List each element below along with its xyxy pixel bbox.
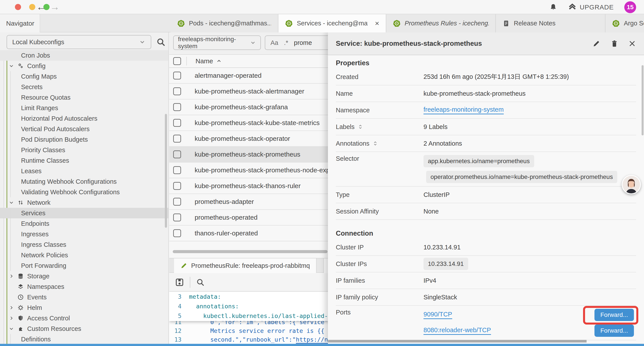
detail-row-name: Namekube-prometheus-stack-prometheus	[336, 85, 636, 102]
code-token: Metrics service error rate is {{ $va	[189, 327, 339, 334]
sort-toggle-icon[interactable]	[358, 124, 363, 130]
row-checkbox[interactable]	[173, 119, 181, 127]
chevron-down-icon[interactable]	[9, 326, 14, 331]
sidebar-item-access-control[interactable]: Access Control	[0, 313, 169, 324]
table-horizontal-scrollbar[interactable]	[173, 250, 328, 253]
minimize-window-button[interactable]	[29, 4, 35, 10]
sidebar-item-ingresses[interactable]: Ingresses	[0, 229, 169, 239]
sidebar-item-vertical-pod-autoscalers[interactable]: Vertical Pod Autoscalers	[0, 124, 169, 134]
detail-vertical-scrollbar[interactable]	[642, 65, 644, 135]
sidebar-item-custom-resources[interactable]: Custom Resources	[0, 324, 169, 334]
bell-icon[interactable]	[549, 3, 558, 11]
chevron-right-icon[interactable]	[9, 316, 14, 321]
sidebar-item-label: Limit Ranges	[21, 104, 58, 112]
name-column-header[interactable]: Name	[196, 57, 213, 65]
tab-close-icon[interactable]: ×	[375, 19, 379, 27]
sidebar-item-network-policies[interactable]: Network Policies	[0, 250, 169, 260]
sidebar-item-validating-webhook-configurations[interactable]: Validating Webhook Configurations	[0, 187, 169, 197]
sidebar-item-resource-quotas[interactable]: Resource Quotas	[0, 92, 169, 103]
delete-trash-icon[interactable]	[610, 39, 618, 48]
sidebar-item-port-forwarding[interactable]: Port Forwarding	[0, 260, 169, 271]
row-checkbox[interactable]	[173, 72, 181, 79]
row-checkbox[interactable]	[173, 166, 181, 174]
namespace-select[interactable]: freeleaps-monitoring-system	[173, 35, 261, 50]
row-checkbox[interactable]	[173, 182, 181, 190]
sort-ascending-icon[interactable]	[216, 58, 222, 64]
sidebar-item-network[interactable]: Network	[0, 197, 169, 208]
document-tab-3[interactable]: Prometheus Rules - icecheng...	[386, 14, 496, 32]
sidebar-item-leases[interactable]: Leases	[0, 166, 169, 176]
sidebar-item-mutating-webhook-configurations[interactable]: Mutating Webhook Configurations	[0, 176, 169, 187]
sidebar-item-ingress-classes[interactable]: Ingress Classes	[0, 239, 169, 250]
sidebar-item-events[interactable]: Events	[0, 292, 169, 303]
chevron-right-icon[interactable]	[9, 274, 14, 279]
code-text: annotations:	[189, 303, 239, 310]
document-tab-2[interactable]: Services - icecheng@math...×	[278, 14, 386, 32]
sidebar-item-label: Helm	[27, 304, 42, 311]
match-case-toggle[interactable]: Aa	[270, 39, 278, 46]
sidebar-item-definitions[interactable]: Definitions	[0, 334, 169, 344]
sidebar-item-storage[interactable]: Storage	[0, 271, 169, 281]
row-checkbox[interactable]	[173, 103, 181, 111]
document-tab-1[interactable]: Pods - icecheng@mathmas...	[170, 14, 278, 32]
sidebar-item-horizontal-pod-autoscalers[interactable]: Horizontal Pod Autoscalers	[0, 113, 169, 124]
sidebar-item-runtime-classes[interactable]: Runtime Classes	[0, 155, 169, 166]
kubernetes-icon	[393, 19, 401, 27]
forward-button[interactable]: Forward...	[594, 309, 634, 321]
sidebar-item-priority-classes[interactable]: Priority Classes	[0, 145, 169, 155]
row-checkbox[interactable]	[173, 150, 181, 158]
sidebar-item-label: Port Forwarding	[21, 262, 66, 269]
tree-child-guide-line	[10, 208, 11, 271]
sidebar-item-endpoints[interactable]: Endpoints	[0, 218, 169, 229]
kubeconfig-select[interactable]: Local Kubeconfigs	[6, 35, 151, 49]
save-icon[interactable]	[175, 278, 184, 287]
section-heading-properties: Properties	[336, 55, 636, 69]
sidebar-item-pod-disruption-budgets[interactable]: Pod Disruption Budgets	[0, 134, 169, 145]
clock-icon	[17, 294, 24, 301]
close-window-button[interactable]	[15, 4, 21, 10]
editor-tab-prometheusrule[interactable]: PrometheusRule: freeleaps-prod-rabbitmq	[174, 258, 316, 273]
forward-button[interactable]: Forward...	[594, 325, 634, 337]
notification-count-badge[interactable]: 15	[624, 1, 636, 13]
detail-horizontal-scrollbar[interactable]	[328, 340, 586, 343]
back-arrow-icon[interactable]: ←	[35, 1, 47, 12]
select-all-checkbox[interactable]	[173, 57, 181, 65]
forward-arrow-icon[interactable]: →	[49, 1, 61, 12]
navigator-scrollbar[interactable]	[165, 114, 167, 228]
sidebar-item-helm[interactable]: Helm	[0, 303, 169, 313]
sidebar-item-services[interactable]: Services	[0, 208, 169, 218]
regex-toggle[interactable]: .*	[284, 39, 288, 46]
sidebar-item-namespaces[interactable]: Namespaces	[0, 281, 169, 292]
sidebar-item-config[interactable]: Config	[0, 61, 169, 71]
detail-value-link[interactable]: 9090/TCP	[424, 311, 452, 319]
navigator-search-icon[interactable]	[156, 37, 166, 48]
row-checkbox[interactable]	[173, 87, 181, 95]
editor-search-icon[interactable]	[196, 278, 205, 287]
chevron-down-icon[interactable]	[9, 200, 14, 205]
puzzle-icon	[17, 326, 24, 332]
document-tab-5[interactable]: Argo Se	[606, 14, 644, 32]
sidebar-item-cron-jobs[interactable]: Cron Jobs	[0, 50, 169, 61]
sidebar-item-config-maps[interactable]: Config Maps	[0, 71, 169, 82]
sort-toggle-icon[interactable]	[372, 141, 378, 146]
row-checkbox[interactable]	[173, 135, 181, 143]
upgrade-button[interactable]: UPGRADE	[568, 3, 614, 11]
code-token: kubectl.kubernetes.io/last-applied-co	[189, 313, 335, 319]
sidebar-item-secrets[interactable]: Secrets	[0, 82, 169, 92]
chevron-down-icon[interactable]	[9, 63, 14, 68]
user-avatar[interactable]	[622, 175, 641, 194]
edit-pencil-icon[interactable]	[592, 39, 600, 48]
navigator-panel-tab[interactable]: Navigator	[0, 14, 40, 32]
sidebar-item-limit-ranges[interactable]: Limit Ranges	[0, 103, 169, 113]
row-checkbox[interactable]	[173, 229, 181, 237]
sidebar-item-label: Horizontal Pod Autoscalers	[21, 115, 97, 122]
detail-value-link[interactable]: 8080:reloader-web/TCP	[424, 327, 491, 335]
row-checkbox[interactable]	[173, 214, 181, 221]
line-number: 3	[169, 293, 189, 300]
updown-icon	[17, 199, 24, 206]
document-tab-4[interactable]: Release Notes	[496, 14, 606, 32]
row-checkbox[interactable]	[173, 198, 181, 206]
close-icon[interactable]	[628, 40, 636, 47]
detail-value-link[interactable]: freeleaps-monitoring-system	[424, 106, 504, 114]
chevron-right-icon[interactable]	[9, 305, 14, 310]
